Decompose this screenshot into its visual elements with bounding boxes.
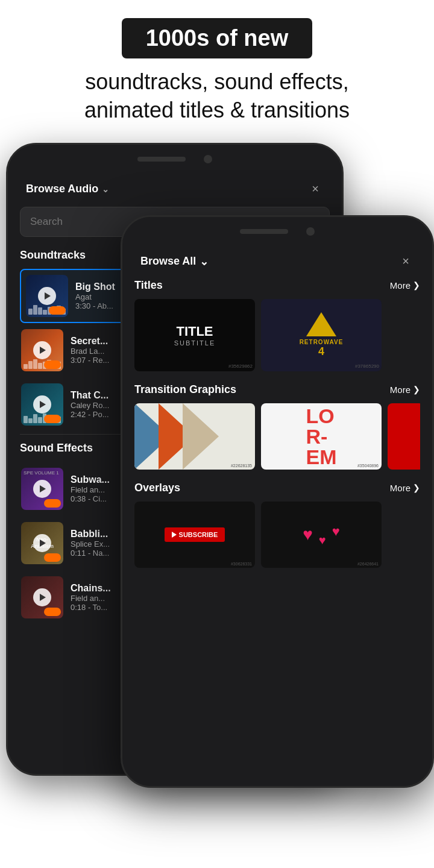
card-id: #35040896: [357, 464, 379, 468]
title-subtitle-text: SUBTITLE: [174, 339, 216, 347]
retrowave-text: RETROWAVE: [300, 339, 344, 345]
retrowave-logo: RETROWAVE 4: [300, 312, 344, 358]
track-thumbnail: [21, 576, 63, 618]
card-id: #26426641: [357, 562, 379, 566]
play-icon: [40, 347, 46, 354]
soundtracks-label: Soundtracks: [20, 249, 86, 262]
transition-section-header: Transition Graphics More ❯: [134, 383, 420, 396]
toggle-icon: [44, 360, 61, 369]
retrowave-num: 4: [318, 345, 324, 358]
transition-label: Transition Graphics: [134, 383, 236, 396]
browse-audio-header: Browse Audio ⌄ ×: [20, 169, 330, 207]
track-thumbnail: [21, 329, 63, 371]
retrowave-content: RETROWAVE 4: [261, 299, 382, 371]
play-button[interactable]: [33, 588, 51, 606]
arrow-right-icon: ❯: [413, 483, 420, 492]
title-card[interactable]: TITLE SUBTITLE #35629862: [134, 299, 255, 371]
toggle-icon: [49, 306, 66, 315]
overlay-card[interactable]: SUBSCRIBE #30626331: [134, 502, 255, 568]
play-icon: [40, 539, 46, 547]
overlay-card[interactable]: ♥ ♥ ♥ #26426641: [261, 502, 382, 568]
browse-all-header: Browse All ⌄ ×: [134, 241, 420, 279]
chevron-graphic: [134, 403, 219, 470]
title-card-text: TITLE SUBTITLE: [174, 324, 216, 347]
title-big-text: TITLE: [174, 324, 216, 339]
overlays-section-header: Overlays More ❯: [134, 482, 420, 494]
play-icon: [45, 292, 51, 300]
transition-more-button[interactable]: More ❯: [390, 385, 420, 395]
chevron-down-icon: ⌄: [102, 184, 109, 194]
close-button[interactable]: ×: [397, 253, 414, 270]
play-icon: [40, 485, 46, 492]
play-button[interactable]: [33, 395, 51, 414]
titles-cards-row: TITLE SUBTITLE #35629862 RETROWAVE 4 #3: [134, 299, 420, 371]
overlays-more-button[interactable]: More ❯: [390, 483, 420, 493]
speaker-notch: [240, 229, 288, 234]
phone-front: Browse All ⌄ × Titles More ❯ TITLE SU: [121, 215, 434, 788]
arrow-right-icon: ❯: [413, 280, 420, 290]
toggle-icon: [44, 415, 61, 423]
overlays-label: Overlays: [134, 482, 180, 494]
promo-section: 1000s of new soundtracks, sound effects,…: [0, 0, 434, 137]
titles-label: Titles: [134, 279, 163, 292]
track-thumbnail: [26, 275, 68, 317]
track-thumbnail: [21, 383, 63, 426]
transition-card[interactable]: #22628135: [134, 403, 255, 470]
heart-icon: ♥: [319, 533, 326, 547]
lorem-text: LOR-EM: [306, 406, 337, 467]
track-thumbnail: SPE VOLUME 1: [21, 468, 63, 510]
arrow-right-icon: ❯: [413, 385, 420, 394]
play-button[interactable]: [33, 534, 51, 552]
toggle-icon: [44, 499, 61, 508]
speaker-notch: [137, 157, 186, 162]
play-icon: [40, 594, 46, 601]
title-card-id: #35629862: [228, 363, 253, 369]
heart-icon: ♥: [303, 525, 313, 544]
play-button[interactable]: [33, 480, 51, 498]
browse-all-title[interactable]: Browse All ⌄: [140, 255, 209, 268]
phones-container: Browse Audio ⌄ × Soundtracks More ❯: [0, 143, 434, 806]
camera-notch: [306, 227, 315, 236]
camera-notch: [204, 155, 212, 163]
close-button[interactable]: ×: [307, 181, 324, 198]
retrowave-triangle-icon: [306, 312, 336, 336]
promo-subtitle: soundtracks, sound effects,animated titl…: [12, 68, 422, 125]
play-button[interactable]: [38, 287, 56, 305]
retrowave-card[interactable]: RETROWAVE 4 #37865290: [261, 299, 382, 371]
transition-cards-row: #22628135 LOR-EM #35040896: [134, 403, 420, 470]
play-icon: [172, 532, 177, 538]
toggle-icon: [44, 608, 61, 616]
play-button[interactable]: [33, 341, 51, 359]
heart-icon: ♥: [332, 524, 340, 539]
sound-effects-label: Sound Effects: [20, 442, 93, 454]
transition-card[interactable]: [388, 403, 420, 470]
track-thumbnail: Neo-Animism: [21, 522, 63, 564]
subscribe-label: SUBSCRIBE: [179, 531, 218, 538]
transition-card[interactable]: LOR-EM #35040896: [261, 403, 382, 470]
card-id: #22628135: [231, 464, 252, 468]
subscribe-graphic: SUBSCRIBE: [165, 527, 225, 542]
chevron-3-icon: [183, 403, 219, 470]
overlays-cards-row: SUBSCRIBE #30626331 ♥ ♥ ♥ #26426641: [134, 502, 420, 568]
phone-notch-back: [8, 145, 342, 169]
promo-badge: 1000s of new: [122, 18, 313, 58]
titles-more-button[interactable]: More ❯: [390, 280, 420, 291]
titles-section-header: Titles More ❯: [134, 279, 420, 292]
card-id: #30626331: [231, 562, 252, 566]
phone-front-content: Browse All ⌄ × Titles More ❯ TITLE SU: [122, 241, 432, 786]
chevron-down-icon: ⌄: [200, 255, 209, 268]
phone-notch-front: [122, 217, 432, 241]
browse-audio-title[interactable]: Browse Audio ⌄: [26, 183, 109, 195]
toggle-icon: [44, 553, 61, 562]
retrowave-card-id: #37865290: [355, 363, 379, 369]
play-icon: [40, 401, 46, 408]
